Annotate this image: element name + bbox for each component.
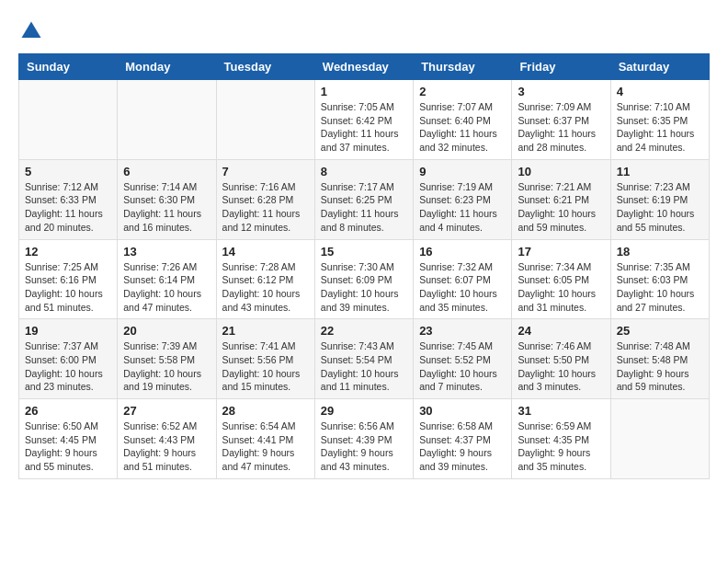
- day-info: Sunrise: 7:43 AM Sunset: 5:54 PM Dayligh…: [321, 339, 407, 394]
- day-info: Sunrise: 7:09 AM Sunset: 6:37 PM Dayligh…: [518, 100, 604, 155]
- day-number: 22: [321, 324, 407, 338]
- day-info: Sunrise: 7:28 AM Sunset: 6:12 PM Dayligh…: [222, 260, 309, 315]
- calendar-cell: 15Sunrise: 7:30 AM Sunset: 6:09 PM Dayli…: [314, 239, 413, 319]
- day-info: Sunrise: 7:39 AM Sunset: 5:58 PM Dayligh…: [123, 339, 210, 394]
- day-info: Sunrise: 7:14 AM Sunset: 6:30 PM Dayligh…: [123, 180, 210, 235]
- day-info: Sunrise: 6:50 AM Sunset: 4:45 PM Dayligh…: [25, 419, 111, 474]
- day-header-tuesday: Tuesday: [216, 54, 314, 80]
- day-info: Sunrise: 7:07 AM Sunset: 6:40 PM Dayligh…: [419, 100, 506, 155]
- day-info: Sunrise: 7:34 AM Sunset: 6:05 PM Dayligh…: [518, 260, 604, 315]
- day-info: Sunrise: 7:12 AM Sunset: 6:33 PM Dayligh…: [25, 180, 111, 235]
- calendar-cell: 20Sunrise: 7:39 AM Sunset: 5:58 PM Dayli…: [118, 319, 216, 399]
- calendar-cell: 25Sunrise: 7:48 AM Sunset: 5:48 PM Dayli…: [610, 319, 709, 399]
- calendar-cell: 5Sunrise: 7:12 AM Sunset: 6:33 PM Daylig…: [19, 159, 118, 239]
- day-info: Sunrise: 7:37 AM Sunset: 6:00 PM Dayligh…: [25, 339, 111, 394]
- calendar-cell: 7Sunrise: 7:16 AM Sunset: 6:28 PM Daylig…: [216, 159, 314, 239]
- day-number: 15: [321, 245, 407, 259]
- day-info: Sunrise: 7:41 AM Sunset: 5:56 PM Dayligh…: [222, 339, 309, 394]
- day-info: Sunrise: 7:26 AM Sunset: 6:14 PM Dayligh…: [123, 260, 210, 315]
- day-number: 14: [222, 245, 309, 259]
- day-number: 23: [419, 324, 506, 338]
- calendar-cell: 31Sunrise: 6:59 AM Sunset: 4:35 PM Dayli…: [512, 399, 610, 479]
- day-number: 7: [222, 165, 309, 178]
- day-number: 30: [419, 404, 506, 418]
- day-header-thursday: Thursday: [414, 54, 512, 80]
- day-number: 12: [25, 245, 111, 259]
- day-number: 20: [123, 324, 210, 338]
- day-info: Sunrise: 7:30 AM Sunset: 6:09 PM Dayligh…: [321, 260, 407, 315]
- day-header-sunday: Sunday: [19, 54, 118, 80]
- day-info: Sunrise: 7:05 AM Sunset: 6:42 PM Dayligh…: [321, 100, 407, 155]
- calendar-cell: [19, 80, 118, 160]
- day-number: 10: [518, 165, 604, 178]
- day-number: 21: [222, 324, 309, 338]
- day-number: 9: [419, 165, 506, 178]
- day-number: 5: [25, 165, 111, 178]
- calendar-cell: 27Sunrise: 6:52 AM Sunset: 4:43 PM Dayli…: [118, 399, 216, 479]
- day-number: 29: [321, 404, 407, 418]
- calendar-cell: 18Sunrise: 7:35 AM Sunset: 6:03 PM Dayli…: [610, 239, 709, 319]
- calendar-cell: 14Sunrise: 7:28 AM Sunset: 6:12 PM Dayli…: [216, 239, 314, 319]
- day-info: Sunrise: 6:58 AM Sunset: 4:37 PM Dayligh…: [419, 419, 506, 474]
- page-header: [18, 18, 710, 44]
- day-number: 4: [617, 85, 703, 98]
- calendar-cell: 24Sunrise: 7:46 AM Sunset: 5:50 PM Dayli…: [512, 319, 610, 399]
- day-number: 19: [25, 324, 111, 338]
- calendar-cell: 10Sunrise: 7:21 AM Sunset: 6:21 PM Dayli…: [512, 159, 610, 239]
- calendar-cell: 21Sunrise: 7:41 AM Sunset: 5:56 PM Dayli…: [216, 319, 314, 399]
- day-number: 8: [321, 165, 407, 178]
- day-info: Sunrise: 7:19 AM Sunset: 6:23 PM Dayligh…: [419, 180, 506, 235]
- day-info: Sunrise: 7:17 AM Sunset: 6:25 PM Dayligh…: [321, 180, 407, 235]
- svg-marker-0: [22, 22, 41, 39]
- calendar-cell: 6Sunrise: 7:14 AM Sunset: 6:30 PM Daylig…: [118, 159, 216, 239]
- calendar-week-row: 19Sunrise: 7:37 AM Sunset: 6:00 PM Dayli…: [19, 319, 710, 399]
- day-number: 31: [518, 404, 604, 418]
- day-info: Sunrise: 7:10 AM Sunset: 6:35 PM Dayligh…: [617, 100, 703, 155]
- day-number: 3: [518, 85, 604, 98]
- day-info: Sunrise: 6:52 AM Sunset: 4:43 PM Dayligh…: [123, 419, 210, 474]
- day-number: 17: [518, 245, 604, 259]
- calendar-cell: [610, 399, 709, 479]
- day-number: 6: [123, 165, 210, 178]
- calendar-cell: 1Sunrise: 7:05 AM Sunset: 6:42 PM Daylig…: [314, 80, 413, 160]
- calendar-cell: 9Sunrise: 7:19 AM Sunset: 6:23 PM Daylig…: [414, 159, 512, 239]
- calendar-cell: 2Sunrise: 7:07 AM Sunset: 6:40 PM Daylig…: [414, 80, 512, 160]
- calendar-cell: 19Sunrise: 7:37 AM Sunset: 6:00 PM Dayli…: [19, 319, 118, 399]
- day-info: Sunrise: 7:45 AM Sunset: 5:52 PM Dayligh…: [419, 339, 506, 394]
- day-number: 18: [617, 245, 703, 259]
- calendar-table: SundayMondayTuesdayWednesdayThursdayFrid…: [18, 53, 710, 479]
- day-header-friday: Friday: [512, 54, 610, 80]
- day-number: 24: [518, 324, 604, 338]
- calendar-week-row: 26Sunrise: 6:50 AM Sunset: 4:45 PM Dayli…: [19, 399, 710, 479]
- calendar-week-row: 5Sunrise: 7:12 AM Sunset: 6:33 PM Daylig…: [19, 159, 710, 239]
- day-number: 26: [25, 404, 111, 418]
- logo: [18, 18, 48, 44]
- calendar-cell: 13Sunrise: 7:26 AM Sunset: 6:14 PM Dayli…: [118, 239, 216, 319]
- calendar-cell: 23Sunrise: 7:45 AM Sunset: 5:52 PM Dayli…: [414, 319, 512, 399]
- calendar-cell: 3Sunrise: 7:09 AM Sunset: 6:37 PM Daylig…: [512, 80, 610, 160]
- calendar-cell: 11Sunrise: 7:23 AM Sunset: 6:19 PM Dayli…: [610, 159, 709, 239]
- day-number: 28: [222, 404, 309, 418]
- calendar-cell: 4Sunrise: 7:10 AM Sunset: 6:35 PM Daylig…: [610, 80, 709, 160]
- calendar-week-row: 12Sunrise: 7:25 AM Sunset: 6:16 PM Dayli…: [19, 239, 710, 319]
- calendar-cell: 12Sunrise: 7:25 AM Sunset: 6:16 PM Dayli…: [19, 239, 118, 319]
- calendar-cell: [118, 80, 216, 160]
- day-number: 13: [123, 245, 210, 259]
- calendar-cell: 28Sunrise: 6:54 AM Sunset: 4:41 PM Dayli…: [216, 399, 314, 479]
- day-info: Sunrise: 6:54 AM Sunset: 4:41 PM Dayligh…: [222, 419, 309, 474]
- day-info: Sunrise: 7:23 AM Sunset: 6:19 PM Dayligh…: [617, 180, 703, 235]
- calendar-cell: 26Sunrise: 6:50 AM Sunset: 4:45 PM Dayli…: [19, 399, 118, 479]
- day-info: Sunrise: 7:21 AM Sunset: 6:21 PM Dayligh…: [518, 180, 604, 235]
- calendar-cell: [216, 80, 314, 160]
- day-number: 1: [321, 85, 407, 98]
- day-info: Sunrise: 6:59 AM Sunset: 4:35 PM Dayligh…: [518, 419, 604, 474]
- generalblue-logo-icon: [18, 18, 44, 44]
- day-info: Sunrise: 7:46 AM Sunset: 5:50 PM Dayligh…: [518, 339, 604, 394]
- day-number: 11: [617, 165, 703, 178]
- day-info: Sunrise: 6:56 AM Sunset: 4:39 PM Dayligh…: [321, 419, 407, 474]
- day-number: 25: [617, 324, 703, 338]
- calendar-cell: 8Sunrise: 7:17 AM Sunset: 6:25 PM Daylig…: [314, 159, 413, 239]
- day-header-saturday: Saturday: [610, 54, 709, 80]
- calendar-cell: 29Sunrise: 6:56 AM Sunset: 4:39 PM Dayli…: [314, 399, 413, 479]
- day-header-monday: Monday: [118, 54, 216, 80]
